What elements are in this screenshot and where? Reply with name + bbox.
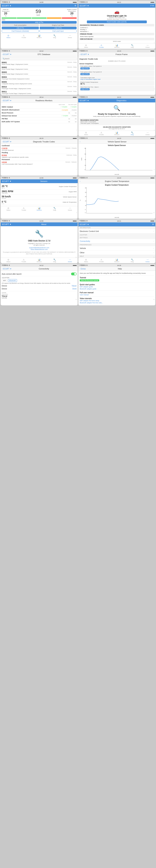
- tab-trouble-9[interactable]: ⚠Trouble: [16, 206, 32, 212]
- start-tutorial-btn[interactable]: Start the first time tutorial: [80, 279, 99, 281]
- dtc-row[interactable]: B0003 Generic - Body Driver Frontal Stag…: [1, 71, 77, 75]
- status-bar-11: 中国移动 令 14:00 ■■■■: [1, 219, 77, 222]
- extras-other[interactable]: Other ›: [79, 250, 155, 255]
- video2-link[interactable]: Bluetooth adapter first time setu...: [80, 302, 154, 304]
- fuel-pressure-btn[interactable]: Fuel Pressure (Absolute): [2, 30, 39, 32]
- tab-sensors-9[interactable]: 📊Sensors: [31, 206, 47, 212]
- dtc-row[interactable]: B0004 Generic - Body Passenger Knee Bols…: [1, 75, 77, 81]
- auto-connect-toggle[interactable]: [71, 273, 76, 275]
- rm-egr: EGR and/or VVT System NA NA: [2, 120, 76, 123]
- status-bar-13: 中国移动 令 14:12 ■■■■: [1, 264, 77, 267]
- tab-sensors-11[interactable]: 📊Sensors: [31, 258, 47, 263]
- pro-badge-1: only in Pro: [2, 21, 76, 24]
- dtc-row[interactable]: B0001 Generic - Body Driver Frontal Stag…: [1, 61, 77, 66]
- status-bar-3: 中国移动 令 14:12 ■■■■: [1, 50, 77, 53]
- adapter-type-row: WiFi Bluetooth: [2, 279, 76, 282]
- tab-diag[interactable]: 🔧Diag: [47, 34, 62, 39]
- dtc-row[interactable]: B0005 Generic - Body Collapsible Steerin…: [1, 81, 77, 85]
- tab-extras-2[interactable]: ⋯Extras: [140, 43, 155, 49]
- extras-ecu[interactable]: Electronic Control Unit ›: [79, 229, 155, 234]
- screen-4: 中国移动 令 14:13 ■■■■ ‹ ECUIFT ▼ Freeze Fram…: [79, 50, 155, 95]
- user-manual-link[interactable]: User manual: [80, 294, 154, 296]
- tab-status-9[interactable]: ⊙Status: [1, 206, 16, 212]
- tab-diag-12[interactable]: 🔧Diag: [125, 258, 140, 263]
- back-btn-3[interactable]: ‹ ECUIFT ▼: [2, 54, 12, 55]
- screen-5: 中国移动 令 18:14 ■■■■ ‹ ECUIFT ▼ Readiness M…: [1, 96, 77, 136]
- tab-status-12[interactable]: ⊙Status: [79, 258, 94, 263]
- screen-12: 中国移动 令 14:11 ■■■■ ECUIFT ▼ ⚙ Information…: [79, 219, 155, 263]
- fuel-consumption-item[interactable]: Fuel consumption: [2, 24, 39, 26]
- sensor-rpm[interactable]: 2601 RPM 1981 RPM Engine RPM: [2, 189, 76, 195]
- nav-bar-1: ECUIFT ▼ ⚙: [1, 4, 77, 8]
- dtc-c33cb[interactable]: C33CB Generic - Chassis ISO/SAE Reserved: [2, 147, 76, 151]
- tab-sensors-6[interactable]: 📊Sensors: [109, 131, 125, 136]
- tab-diag-2[interactable]: 🔧Diag: [125, 43, 140, 49]
- engine-fuel-rate-item[interactable]: Engine Fuel Rate: [40, 24, 77, 26]
- back-btn-10[interactable]: ‹: [80, 180, 80, 182]
- bt-guide-link[interactable]: Bluetooth adapter guide: [80, 288, 154, 290]
- wifi-guide-link[interactable]: WiFi adapter guide: [80, 286, 154, 288]
- fuel-level-btn[interactable]: Fuel Level Input: [40, 30, 77, 32]
- back-btn-8[interactable]: ‹: [80, 141, 80, 143]
- nav-title-5: Readiness Monitors: [35, 99, 52, 101]
- nav-title-1[interactable]: ECUIFT ▼: [2, 5, 11, 7]
- status-bar-4: 中国移动 令 14:13 ■■■■: [79, 50, 155, 53]
- tab-trouble[interactable]: ⚠Trouble: [16, 34, 32, 39]
- reset-btn[interactable]: Reset trouble codes and MIL: [87, 21, 147, 23]
- dtc-b1956[interactable]: B1956 Unknown - Body Upgrade to get manu…: [2, 154, 76, 158]
- tab-trouble-2[interactable]: ⚠Trouble: [94, 43, 109, 49]
- rm-nmhc: NMHC Catalyst ✓ Complete ✓ Complete: [2, 105, 76, 108]
- back-btn-4[interactable]: ‹ ECUIFT ▼: [80, 54, 89, 55]
- nav-title-2[interactable]: ECUIFT ▼: [80, 5, 89, 7]
- status-bar-5: 中国移动 令 18:14 ■■■■: [1, 96, 77, 99]
- ect-chart-svg: [86, 187, 153, 213]
- sensor-coolant[interactable]: 20 °C 20 °C Engine Coolant Temperature: [2, 184, 76, 189]
- nav-settings-icon-1[interactable]: ⚙: [74, 4, 76, 7]
- back-btn-13[interactable]: ‹ ECUIFT ▼: [2, 268, 12, 270]
- nav-title-9: Sensors: [40, 180, 47, 182]
- tab-diag-11[interactable]: 🔧Diag: [47, 258, 62, 263]
- video1-link[interactable]: WiFi adapter first time setup: [80, 300, 154, 302]
- rpm-block: 59 km/h: [9, 9, 67, 16]
- nav-settings-12[interactable]: ⚙: [152, 223, 154, 225]
- tab-status-11[interactable]: ⊙Status: [1, 258, 16, 263]
- tab-status-6[interactable]: ⊙Status: [79, 131, 94, 136]
- tab-diag-9[interactable]: 🔧Diag: [47, 206, 62, 212]
- extras-connectivity[interactable]: Connectivity ›: [79, 239, 155, 243]
- tab-sensors-12[interactable]: 📊Sensors: [109, 258, 125, 263]
- website-link[interactable]: www.obdautodoctor.com: [2, 249, 76, 250]
- tab-trouble-11[interactable]: ⚠Trouble: [16, 258, 32, 263]
- tab-sensors[interactable]: 📊Sensors: [31, 34, 47, 39]
- chart-title-8: Vehicle Speed Sensor: [80, 145, 154, 146]
- status-bar-6: 中国移动 令 14:13 ■■■■: [79, 96, 155, 99]
- search-input-3[interactable]: [4, 58, 76, 60]
- wifi-btn[interactable]: WiFi: [2, 279, 7, 282]
- support-email[interactable]: support@obdautodoctor.com: [2, 247, 76, 249]
- extras-vehicle[interactable]: Vehicle ›: [79, 246, 155, 250]
- bluetooth-btn[interactable]: Bluetooth: [8, 279, 17, 282]
- dtc-row[interactable]: B0002 Generic - Body Driver Frontal Stag…: [1, 66, 77, 71]
- dtc-row[interactable]: B0011 Generic - Body Passenger Frontal S…: [1, 90, 77, 95]
- back-btn-7[interactable]: ‹ ECUIFT ▼: [2, 141, 12, 143]
- tab-diag-6[interactable]: 🔧Diag: [125, 131, 140, 136]
- tab-sensors-2[interactable]: 📊Sensors: [109, 43, 125, 49]
- tab-extras-6[interactable]: ⋯Extras: [140, 131, 155, 136]
- tab-trouble-6[interactable]: ⚠Trouble: [94, 131, 109, 136]
- sensor-speed[interactable]: 59 km/h 59 km/h Vehicle Speed Sensor: [2, 195, 76, 200]
- tab-trouble-12[interactable]: ⚠Trouble: [94, 258, 109, 263]
- nav-title-6: Diagnostics: [117, 99, 126, 101]
- tab-status-2[interactable]: ⊙Status: [79, 43, 94, 49]
- done-btn[interactable]: Done: [72, 288, 76, 290]
- tab-extras-12[interactable]: ⋯Extras: [140, 258, 155, 263]
- search-bar-3[interactable]: 🔍: [1, 57, 77, 60]
- nav-title-10: Engine Coolant Temperature: [105, 180, 129, 182]
- dtc-row[interactable]: B0010 Generic - Body Passenger Frontal S…: [1, 85, 77, 90]
- tab-extras-9[interactable]: ⋯Extras: [62, 206, 77, 212]
- tab-extras[interactable]: ⋯Extras: [62, 34, 77, 39]
- back-btn-14[interactable]: ‹ Extras: [80, 268, 86, 270]
- tab-status[interactable]: ⊙Status: [1, 34, 16, 39]
- sensor-intake[interactable]: 0 °C 0 °C Intake Air Temperature: [2, 200, 76, 205]
- tab-extras-11[interactable]: ⋯Extras: [62, 258, 77, 263]
- dtc-u0246[interactable]: U0246 Generic - Network Lost Communicati…: [2, 161, 76, 165]
- back-btn-5[interactable]: ‹ ECUIFT ▼: [2, 100, 12, 101]
